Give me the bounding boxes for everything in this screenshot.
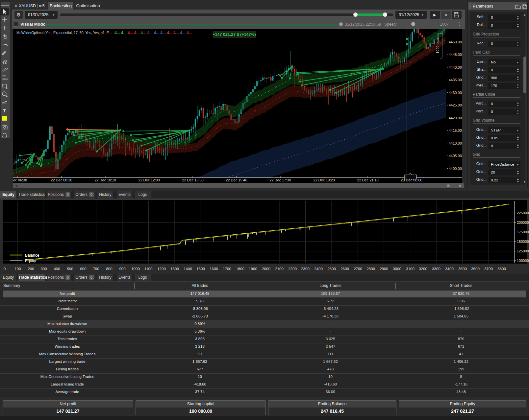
svg-text:Balance: Balance	[25, 253, 39, 258]
svg-text:4405.00: 4405.00	[449, 154, 462, 158]
svg-text:22 Dec 21:10: 22 Dec 21:10	[357, 178, 378, 182]
svg-text:2800: 2800	[366, 267, 375, 271]
svg-text:3600: 3600	[471, 267, 480, 271]
svg-text:3100: 3100	[406, 267, 415, 271]
svg-text:22 Dec 13:50: 22 Dec 13:50	[182, 178, 203, 182]
svg-text:4445.00: 4445.00	[449, 53, 462, 57]
svg-text:Equity: Equity	[25, 259, 36, 263]
svg-text:2700: 2700	[354, 267, 362, 271]
svg-text:4...: 4...	[160, 31, 166, 35]
svg-text:4...: 4...	[134, 31, 140, 35]
svg-text:125000: 125000	[517, 249, 529, 253]
svg-text:22 Dec 15:40: 22 Dec 15:40	[226, 178, 247, 182]
svg-text:4...: 4...	[187, 31, 192, 35]
svg-text:T: T	[3, 108, 6, 113]
svg-text:4...: 4...	[173, 31, 179, 35]
svg-text:100: 100	[14, 267, 21, 271]
svg-text:4425.00: 4425.00	[449, 103, 462, 107]
svg-text:900: 900	[119, 267, 125, 271]
svg-text:4...: 4...	[128, 31, 133, 35]
svg-text:1400: 1400	[184, 267, 192, 271]
svg-text:MaWilderOptimal (Yes, Exponent: MaWilderOptimal (Yes, Exponential, 17, 5…	[16, 31, 112, 35]
svg-text:0: 0	[4, 267, 6, 271]
svg-text:4...: 4...	[180, 31, 186, 35]
svg-text:22 Dec 17:30: 22 Dec 17:30	[269, 178, 291, 182]
svg-text:600: 600	[80, 267, 86, 271]
svg-text:2900: 2900	[380, 267, 388, 271]
svg-text:4435.00: 4435.00	[449, 78, 462, 82]
svg-text:400: 400	[54, 267, 60, 271]
svg-text:4...: 4...	[141, 31, 146, 35]
svg-text:800: 800	[106, 267, 112, 271]
svg-text:4415.00: 4415.00	[449, 128, 462, 132]
svg-text:100000: 100000	[517, 259, 529, 263]
svg-text:22 Dec 19:20: 22 Dec 19:20	[313, 178, 335, 182]
svg-text:1600: 1600	[210, 267, 218, 271]
svg-text:3000: 3000	[393, 267, 401, 271]
svg-text:3800: 3800	[497, 267, 506, 271]
svg-text:2300: 2300	[301, 267, 310, 271]
svg-text:500: 500	[67, 267, 73, 271]
svg-text:1800: 1800	[236, 267, 244, 271]
svg-text:22 Dec 10:10: 22 Dec 10:10	[94, 178, 116, 182]
svg-text:175000: 175000	[517, 230, 529, 234]
svg-text:2600: 2600	[340, 267, 349, 271]
svg-text:3500: 3500	[458, 267, 467, 271]
svg-text:700: 700	[93, 267, 99, 271]
svg-text:300: 300	[40, 267, 47, 271]
svg-text:+147 021.27 $ (+147%): +147 021.27 $ (+147%)	[213, 32, 256, 37]
svg-text:1000: 1000	[131, 267, 140, 271]
svg-text:1700: 1700	[223, 267, 231, 271]
svg-text:200: 200	[28, 267, 34, 271]
svg-text:1000 pips: 1000 pips	[436, 38, 440, 54]
svg-text:ec 06:30: ec 06:30	[13, 178, 27, 182]
svg-text:3300: 3300	[432, 267, 441, 271]
svg-text:2000: 2000	[262, 267, 270, 271]
svg-text:22 Dec 08:20: 22 Dec 08:20	[51, 178, 72, 182]
svg-text:4...: 4...	[114, 31, 120, 35]
svg-text:225000: 225000	[517, 211, 529, 215]
svg-text:1300: 1300	[170, 267, 179, 271]
svg-text:22 Dec 12:00: 22 Dec 12:00	[138, 178, 160, 182]
svg-text:1500: 1500	[196, 267, 205, 271]
svg-text:3400: 3400	[445, 267, 454, 271]
svg-text:4400.00: 4400.00	[449, 167, 462, 171]
svg-text:2500: 2500	[327, 267, 336, 271]
svg-text:150000: 150000	[517, 240, 529, 244]
svg-text:3200: 3200	[419, 267, 427, 271]
svg-text:4430.00: 4430.00	[449, 91, 462, 95]
svg-text:3700: 3700	[484, 267, 493, 271]
svg-text:4...: 4...	[167, 31, 172, 35]
svg-text:4...: 4...	[147, 31, 153, 35]
svg-text:2200: 2200	[288, 267, 297, 271]
svg-text:4420.00: 4420.00	[449, 116, 462, 120]
svg-text:1200: 1200	[157, 267, 166, 271]
svg-text:2100: 2100	[275, 267, 284, 271]
svg-text:4450.00: 4450.00	[449, 40, 462, 44]
svg-text:2400: 2400	[314, 267, 323, 271]
svg-text:4...: 4...	[154, 31, 159, 35]
svg-text:F: F	[6, 78, 8, 81]
svg-text:1900: 1900	[249, 267, 257, 271]
svg-text:200000: 200000	[517, 221, 529, 224]
svg-text:4410.00: 4410.00	[449, 141, 462, 145]
svg-text:4...: 4...	[121, 31, 127, 35]
svg-text:4440.00: 4440.00	[449, 65, 462, 69]
svg-text:1100: 1100	[144, 267, 153, 271]
